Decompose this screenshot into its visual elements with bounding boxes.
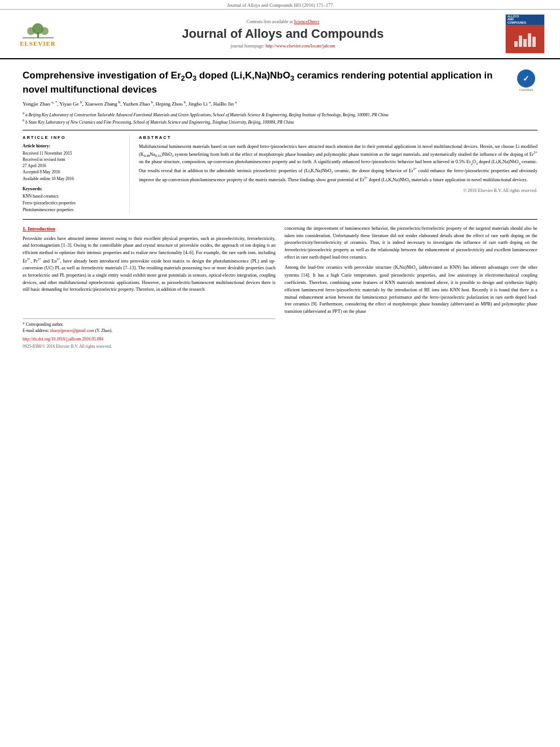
elsevier-label: ELSEVIER	[20, 40, 56, 47]
journal-citation: Journal of Alloys and Compounds 683 (201…	[227, 2, 333, 8]
keywords-label: Keywords:	[23, 186, 124, 191]
affiliation-b: b b State Key Laboratory of New Ceramics…	[23, 118, 537, 125]
crossmark-area: ✓ CrossMark	[515, 69, 537, 91]
svg-point-2	[27, 27, 35, 35]
journal-thumbnail-area: ALLOYSANDCOMPOUNDS	[497, 14, 553, 54]
affiliations: a a Beijing Key Laboratory of Constructi…	[23, 111, 537, 125]
keywords-section: Keywords: KNN based ceramics Ferro-/piez…	[23, 186, 124, 213]
journal-homepage: journal homepage: http://www.elsevier.co…	[69, 43, 497, 49]
doi-line: http://dx.doi.org/10.1016/j.jallcom.2016…	[23, 336, 275, 343]
article-history-label: Article history:	[23, 143, 124, 148]
doi-link[interactable]: http://dx.doi.org/10.1016/j.jallcom.2016…	[23, 337, 103, 342]
article-info-label: ARTICLE INFO	[23, 135, 124, 140]
footnotes-section: * Corresponding author. E-mail address: …	[23, 318, 275, 334]
authors-line: Yongjie Zhao a, *, Yiyao Ge b, Xiaowen Z…	[23, 99, 537, 108]
journal-header: ELSEVIER Contents lists available at Sci…	[0, 10, 560, 59]
body-left-column: 1. Introduction Perovskite oxides have a…	[23, 225, 275, 350]
body-content: 1. Introduction Perovskite oxides have a…	[23, 225, 537, 350]
copyright: © 2016 Elsevier B.V. All rights reserved…	[139, 188, 537, 193]
corresponding-note: * Corresponding author.	[23, 321, 275, 327]
accepted-date: Accepted 8 May 2016	[23, 169, 124, 175]
received-date: Received 11 November 2015	[23, 150, 124, 156]
science-direct-link[interactable]: ScienceDirect	[294, 19, 320, 24]
svg-point-3	[41, 27, 49, 35]
abstract-column: ABSTRACT Multifunctional luminescent mat…	[139, 135, 537, 213]
journal-header-center: Contents lists available at ScienceDirec…	[69, 19, 497, 49]
main-content: Comprehensive investigation of Er2O3 dop…	[0, 59, 560, 356]
intro-paragraph-3: Among the lead-free ceramics with perovs…	[285, 264, 537, 315]
science-direct-label: Contents lists available at ScienceDirec…	[69, 19, 497, 24]
body-right-column: concerning the improvement of luminescen…	[285, 225, 537, 350]
intro-paragraph-2: concerning the improvement of luminescen…	[285, 225, 537, 261]
article-info-abstract-section: ARTICLE INFO Article history: Received 1…	[23, 130, 537, 213]
article-title-section: Comprehensive investigation of Er2O3 dop…	[23, 65, 537, 96]
keyword-2: Ferro-/piezoelectrics properties	[23, 200, 124, 207]
revised-date: Received in revised form27 April 2016	[23, 156, 124, 169]
keyword-1: KNN based ceramics	[23, 193, 124, 200]
top-citation-bar: Journal of Alloys and Compounds 683 (201…	[0, 0, 560, 10]
keyword-3: Photoluminescence properties	[23, 207, 124, 213]
introduction-heading: 1. Introduction	[23, 225, 275, 233]
available-date: Available online 10 May 2016	[23, 176, 124, 182]
elsevier-tree-icon	[23, 21, 54, 39]
issn-line: 0925-8388/© 2016 Elsevier B.V. All right…	[23, 343, 275, 350]
homepage-link[interactable]: http://www.elsevier.com/locate/jalcom	[265, 43, 335, 49]
crossmark-icon: ✓	[517, 69, 535, 88]
email-link[interactable]: zhaoyijpeace@gmail.com	[50, 328, 94, 333]
abstract-label: ABSTRACT	[139, 135, 537, 140]
affiliation-a: a a Beijing Key Laboratory of Constructi…	[23, 111, 537, 118]
abstract-text: Multifunctional luminescent materials ba…	[139, 143, 537, 185]
elsevier-logo-area: ELSEVIER	[7, 21, 69, 47]
intro-paragraph-1: Perovskite oxides have attracted intense…	[23, 235, 275, 294]
article-title: Comprehensive investigation of Er2O3 dop…	[23, 69, 509, 96]
journal-title: Journal of Alloys and Compounds	[69, 27, 497, 41]
journal-thumbnail: ALLOYSANDCOMPOUNDS	[505, 14, 545, 54]
article-info-column: ARTICLE INFO Article history: Received 1…	[23, 135, 130, 213]
thumb-chart	[514, 31, 536, 47]
body-divider	[23, 219, 537, 220]
email-note: E-mail address: zhaoyijpeace@gmail.com (…	[23, 327, 275, 334]
crossmark-label: CrossMark	[519, 88, 533, 91]
